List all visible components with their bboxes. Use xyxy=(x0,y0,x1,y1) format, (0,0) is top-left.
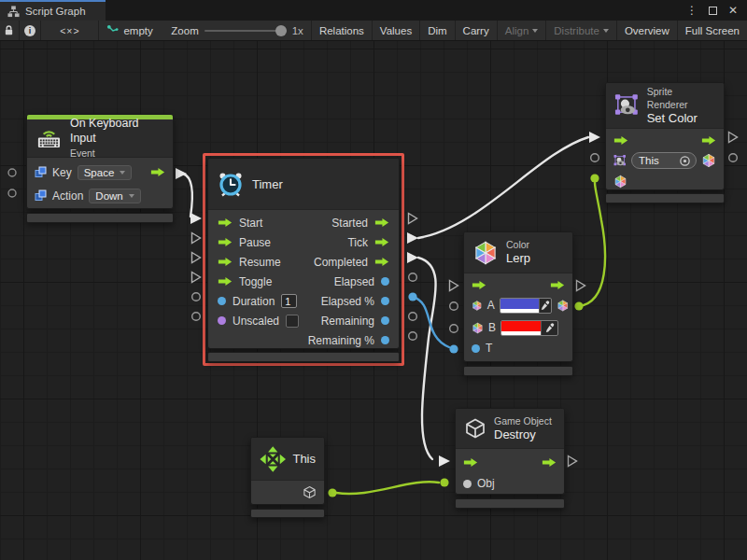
distribute-button[interactable]: Distribute xyxy=(546,21,617,40)
node-title: On Keyboard Input xyxy=(70,117,164,146)
port-timer-completed-out[interactable] xyxy=(407,252,418,263)
port-keyboard-key-in[interactable] xyxy=(8,169,16,176)
port-destroy-flow-out[interactable] xyxy=(569,456,577,467)
flow-row xyxy=(464,275,572,294)
key-dropdown[interactable]: Space xyxy=(78,165,133,180)
color-b-swatch xyxy=(501,321,541,331)
carry-button[interactable]: Carry xyxy=(456,21,498,40)
port-keyboard-flow-out[interactable] xyxy=(176,168,187,179)
zoom-slider[interactable] xyxy=(204,30,287,32)
color-b-field[interactable] xyxy=(500,320,558,336)
alarm-clock-icon xyxy=(217,170,245,198)
flow-arrow-icon xyxy=(463,457,478,468)
wire-timer-completed-to-destroy[interactable] xyxy=(418,258,436,459)
timer-input-row: Duration 1 xyxy=(218,291,299,311)
node-footer xyxy=(463,366,573,376)
lock-button[interactable] xyxy=(0,21,20,40)
port-timer-elapsedpct-out[interactable] xyxy=(408,292,416,301)
unscaled-checkbox[interactable] xyxy=(286,315,299,328)
port-lerp-flow-out[interactable] xyxy=(577,281,585,291)
port-timer-remainingpct-out[interactable] xyxy=(409,332,417,341)
port-timer-toggle-in[interactable] xyxy=(192,273,201,283)
port-destroy-flow-in[interactable] xyxy=(439,455,450,467)
wire-timer-tick-to-setcolor[interactable] xyxy=(418,137,588,238)
target-icon[interactable] xyxy=(679,155,691,167)
number-port-icon xyxy=(381,316,389,325)
flow-arrow-icon xyxy=(472,280,486,290)
color-wheel-icon xyxy=(557,299,569,313)
flow-arrow-icon xyxy=(150,167,165,177)
graph-name: empty xyxy=(123,25,152,36)
port-setcolor-target-out[interactable] xyxy=(729,154,738,162)
b-label: B xyxy=(488,321,496,334)
port-timer-elapsed-out[interactable] xyxy=(409,273,417,282)
port-destroy-obj-in[interactable] xyxy=(440,478,448,486)
values-button[interactable]: Values xyxy=(373,21,420,40)
duration-input[interactable]: 1 xyxy=(281,294,297,308)
dim-button[interactable]: Dim xyxy=(420,21,455,40)
port-setcolor-flow-in[interactable] xyxy=(589,132,600,143)
port-timer-start-in[interactable] xyxy=(190,213,202,224)
wire-this-to-destroy-obj[interactable] xyxy=(336,482,439,494)
node-set-color[interactable]: Sprite Renderer Set Color This xyxy=(605,82,725,190)
obj-label: Obj xyxy=(477,477,495,490)
flow-arrow-icon xyxy=(542,457,557,468)
kebab-menu-icon[interactable]: ⋮ xyxy=(686,5,698,16)
close-icon[interactable]: ✕ xyxy=(728,5,738,16)
node-timer[interactable]: Timer Start Pause Resume Toggle xyxy=(207,158,400,349)
port-lerp-b-in[interactable] xyxy=(450,325,458,333)
number-port-icon xyxy=(381,277,389,286)
full-screen-button[interactable]: Full Screen xyxy=(678,21,747,40)
info-button[interactable]: i xyxy=(20,21,41,40)
number-port-icon xyxy=(381,336,389,344)
node-header: On Keyboard Input Event xyxy=(27,119,173,158)
timer-input-row: Toggle xyxy=(218,272,299,291)
node-footer xyxy=(207,352,400,362)
eyedropper-button[interactable] xyxy=(539,299,551,313)
info-icon: i xyxy=(24,25,35,36)
port-keyboard-action-in[interactable] xyxy=(8,189,16,197)
zoom-slider-knob[interactable] xyxy=(275,25,287,36)
flow-row xyxy=(606,131,724,149)
chevron-down-icon xyxy=(120,171,125,175)
action-dropdown[interactable]: Down xyxy=(89,189,140,203)
alpha-bar xyxy=(500,309,539,313)
color-wheel-icon xyxy=(613,175,627,189)
move-arrows-icon xyxy=(260,445,286,473)
input-t-row: T xyxy=(464,339,572,357)
node-lerp[interactable]: Color Lerp A xyxy=(463,231,573,362)
port-lerp-t-in[interactable] xyxy=(449,344,458,353)
port-this-out[interactable] xyxy=(328,488,336,497)
action-row: Action Down xyxy=(27,184,173,207)
code-preview-button[interactable]: <×> xyxy=(41,21,99,40)
port-timer-unscaled-in[interactable] xyxy=(192,313,201,321)
port-setcolor-flow-out[interactable] xyxy=(729,133,738,143)
port-lerp-color-out[interactable] xyxy=(574,301,583,310)
flow-arrow-icon xyxy=(218,217,233,228)
node-destroy[interactable]: Game Object Destroy Obj xyxy=(455,408,565,495)
port-timer-resume-in[interactable] xyxy=(192,253,201,263)
align-button[interactable]: Align xyxy=(498,21,547,40)
port-setcolor-color-in[interactable] xyxy=(590,174,599,182)
graph-canvas[interactable]: On Keyboard Input Event Key Space Action… xyxy=(0,41,747,560)
wire-keyboard-to-timer-start[interactable] xyxy=(183,174,192,217)
node-footer xyxy=(26,213,174,223)
tab-script-graph[interactable]: Script Graph xyxy=(0,0,106,21)
eyedropper-button[interactable] xyxy=(541,321,557,335)
overview-button[interactable]: Overview xyxy=(617,21,678,40)
port-timer-tick-out[interactable] xyxy=(407,232,418,244)
port-timer-remaining-out[interactable] xyxy=(409,313,417,321)
port-setcolor-target-in[interactable] xyxy=(591,154,599,162)
port-lerp-flow-in[interactable] xyxy=(450,281,458,291)
node-this[interactable]: This xyxy=(250,437,325,505)
port-lerp-a-in[interactable] xyxy=(450,302,458,311)
relations-button[interactable]: Relations xyxy=(312,21,373,40)
maximize-icon[interactable] xyxy=(709,7,717,15)
node-on-keyboard-input[interactable]: On Keyboard Input Event Key Space Action… xyxy=(26,114,174,209)
color-a-field[interactable] xyxy=(500,298,552,314)
port-timer-pause-in[interactable] xyxy=(192,233,201,244)
port-timer-duration-in[interactable] xyxy=(192,293,201,301)
port-timer-started-out[interactable] xyxy=(409,214,417,224)
color-wheel-icon xyxy=(472,240,499,266)
target-object-field[interactable]: This xyxy=(631,152,697,169)
